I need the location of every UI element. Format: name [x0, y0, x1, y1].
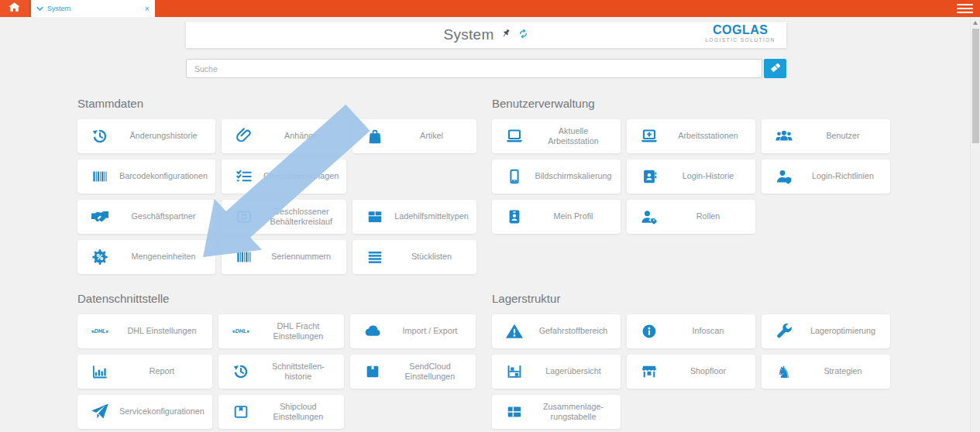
user-tag-icon: [630, 207, 669, 226]
menu-button-strategien[interactable]: ♞Strategien: [762, 355, 890, 389]
barcode-icon: [81, 168, 119, 185]
vertical-scrollbar[interactable]: [970, 17, 980, 432]
menu-button-label: Aktuelle Arbeitsstation: [534, 126, 621, 147]
menu-button-label: Rollen: [669, 211, 755, 221]
menu-button-label: Ladehilfsmitteltypen: [394, 211, 476, 221]
laptop-icon: [495, 127, 534, 146]
menu-button-label: Import / Export: [392, 326, 476, 336]
menu-button-label: Shopfloor: [669, 366, 755, 376]
menu-button-dhl-einstellungen[interactable]: DHLDHL Einstellungen: [77, 314, 212, 348]
menu-button-shopfloor[interactable]: Shopfloor: [627, 355, 755, 389]
button-grid: Aktuelle ArbeitsstationArbeitsstationenB…: [492, 119, 890, 234]
app-window: System × System COGLAS LOGISTIC SOLUTION: [0, 0, 980, 432]
section-lagerstruktur: LagerstrukturGefahrstoffbereichInfoscanL…: [492, 291, 890, 429]
loopbox-icon: [225, 208, 263, 225]
menu-button-geschaftspartner[interactable]: Geschäftspartner: [77, 200, 215, 234]
menu-button-anhange[interactable]: Anhänge: [222, 119, 346, 153]
menu-button-label: Mengeneinheiten: [119, 252, 215, 262]
home-button[interactable]: [0, 0, 29, 17]
menu-button-benutzer[interactable]: Benutzer: [762, 119, 890, 153]
logo-subtitle: LOGISTIC SOLUTION: [705, 38, 775, 43]
menu-button-rollen[interactable]: Rollen: [627, 200, 755, 234]
warning-icon: [495, 322, 534, 341]
home-icon: [8, 1, 21, 17]
bag-icon: [356, 128, 394, 145]
logo-title: COGLAS: [705, 24, 775, 36]
menu-button-mengeneinheiten[interactable]: Mengeneinheiten: [77, 240, 215, 274]
wrench-icon: [765, 322, 803, 341]
box-taped-icon: [353, 363, 392, 380]
menu-button-label: DHL Fracht Einstellungen: [260, 321, 344, 342]
menu-button-dhl-fracht-einstellungen[interactable]: DHLDHL Fracht Einstellungen: [218, 314, 344, 348]
menu-button-seriennummern[interactable]: Seriennummern: [222, 240, 346, 274]
menu-button-shipcloud-einstellungen[interactable]: Shipcloud Einstellungen: [218, 395, 344, 429]
menu-button-infoscan[interactable]: Infoscan: [627, 314, 755, 348]
shelf-icon: [495, 363, 534, 380]
section-title: Benutzerverwaltung: [492, 96, 890, 111]
scrollbar-thumb[interactable]: [972, 29, 979, 143]
menu-button-label: Lagerübersicht: [534, 366, 621, 376]
menu-button-label: Report: [119, 366, 212, 376]
menu-button-checklistenvorlagen[interactable]: Checklistenvorlagen: [222, 159, 346, 194]
menu-button-report[interactable]: Report: [77, 355, 212, 389]
menu-button-arbeitsstationen[interactable]: Arbeitsstationen: [627, 119, 755, 153]
store-icon: [630, 363, 669, 380]
scroll-up-icon[interactable]: [973, 21, 978, 25]
menu-button-label: Änderungshistorie: [119, 131, 215, 141]
menu-button-label: Geschäftspartner: [119, 211, 215, 221]
menu-button-import-export[interactable]: Import / Export: [350, 314, 476, 348]
menu-button-geschlossener-behalterkreislauf[interactable]: Geschlossener Behälterkreislauf: [222, 200, 346, 234]
menu-hamburger-icon[interactable]: [957, 0, 973, 17]
user-shield-icon: [765, 167, 803, 186]
menu-button-lagerubersicht[interactable]: Lagerübersicht: [492, 355, 621, 389]
svg-text:DHL: DHL: [235, 327, 247, 334]
menu-button-bildschirmskalierung[interactable]: Bildschirmskalierung: [492, 159, 621, 194]
menu-button-login-richtlinien[interactable]: Login-Richtlinien: [762, 159, 890, 194]
search-input[interactable]: [186, 59, 762, 78]
menu-button-label: Shipcloud Einstellungen: [260, 402, 344, 423]
menu-button-mein-profil[interactable]: Mein Profil: [492, 200, 621, 234]
menu-button-stucklisten[interactable]: Stücklisten: [352, 240, 476, 274]
page-header: System COGLAS LOGISTIC SOLUTION: [186, 22, 786, 48]
chevron-down-icon: [36, 2, 43, 15]
menu-button-gefahrstoffbereich[interactable]: Gefahrstoffbereich: [492, 314, 621, 348]
section-title: Lagerstruktur: [492, 291, 890, 307]
menu-button-label: Geschlossener Behälterkreislauf: [263, 207, 346, 228]
dhl-icon: DHL: [222, 323, 260, 340]
page-title: System: [443, 26, 493, 43]
clear-search-button[interactable]: [764, 59, 786, 78]
refresh-icon[interactable]: [518, 28, 529, 43]
history-icon: [81, 128, 119, 145]
menu-button-ladehilfsmitteltypen[interactable]: Ladehilfsmitteltypen: [352, 200, 476, 234]
svg-text:DHL: DHL: [94, 327, 106, 334]
tab-close-icon[interactable]: ×: [145, 5, 150, 13]
menu-button-barcodekonfigurationen[interactable]: Barcodekonfigurationen: [77, 159, 215, 194]
section-stammdaten: StammdatenÄnderungshistorieAnhängeArtike…: [77, 96, 476, 274]
section-datenschnittstelle: DatenschnittstelleDHLDHL EinstellungenDH…: [77, 291, 476, 429]
barcode-icon: [225, 249, 263, 266]
menu-button-anderungshistorie[interactable]: Änderungshistorie: [77, 119, 215, 153]
address-book-icon: [630, 168, 669, 185]
menu-button-lageroptimierung[interactable]: Lageroptimierung: [762, 314, 890, 348]
chart-icon: [81, 363, 119, 380]
menu-button-artikel[interactable]: Artikel: [352, 119, 476, 153]
laptop-plus-icon: [630, 127, 669, 146]
menu-button-schnittstellen-historie[interactable]: Schnittstellen- historie: [218, 355, 344, 389]
pin-icon[interactable]: [500, 28, 511, 42]
tab-system[interactable]: System ×: [31, 0, 155, 17]
top-bar: System ×: [0, 0, 980, 17]
menu-button-label: Checklistenvorlagen: [263, 171, 346, 181]
menu-button-aktuelle-arbeitsstation[interactable]: Aktuelle Arbeitsstation: [492, 119, 621, 153]
badge-percent-icon: [81, 249, 119, 266]
box-outline-icon: [222, 403, 260, 420]
id-badge-icon: [495, 208, 534, 225]
menu-button-label: Arbeitsstationen: [669, 131, 755, 141]
menu-button-sendcloud-einstellungen[interactable]: SendCloud Einstellungen: [350, 355, 476, 389]
menu-button-label: Schnittstellen- historie: [260, 362, 344, 382]
section-benutzerverwaltung: BenutzerverwaltungAktuelle Arbeitsstatio…: [492, 96, 890, 234]
menu-button-login-historie[interactable]: Login-Historie: [627, 159, 755, 194]
section-title: Datenschnittstelle: [77, 291, 476, 307]
menu-button-label: Login-Historie: [669, 171, 755, 181]
menu-button-zusammenlage-rungstabelle[interactable]: Zusammenlage- rungstabelle: [492, 395, 621, 429]
menu-button-servicekonfigurationen[interactable]: Servicekonfigurationen: [77, 395, 212, 429]
